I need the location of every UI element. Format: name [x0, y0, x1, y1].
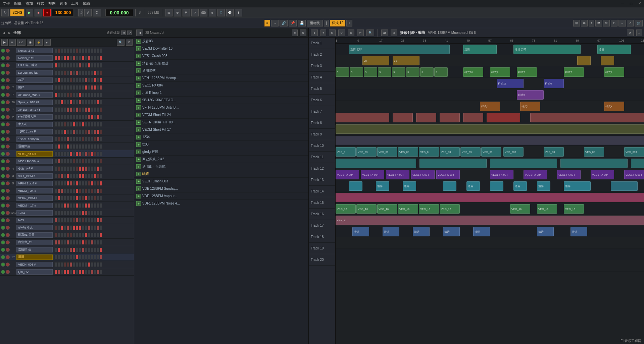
step-pad[interactable]	[94, 63, 96, 68]
step-pad[interactable]	[85, 144, 87, 149]
step-pad[interactable]	[76, 63, 78, 68]
track-clip[interactable]: 清进	[413, 227, 430, 236]
track-clip[interactable]: VES_00	[377, 147, 397, 157]
step-pad[interactable]	[76, 152, 78, 156]
step-pad[interactable]	[88, 48, 90, 53]
track-clip[interactable]: 样式10	[463, 67, 483, 77]
step-pad[interactable]	[88, 107, 90, 112]
step-pad[interactable]	[79, 211, 81, 215]
step-pad[interactable]	[54, 247, 57, 252]
step-pad[interactable]	[97, 270, 99, 274]
tool5[interactable]: ⊙	[611, 20, 617, 26]
step-pad[interactable]	[94, 262, 96, 267]
step-pad[interactable]	[94, 137, 96, 141]
ch-mute-btn[interactable]	[1, 159, 5, 163]
step-pad[interactable]	[60, 107, 63, 112]
ch-name-label[interactable]: VEDM_I 24 #	[16, 188, 53, 193]
step-pad[interactable]	[63, 255, 66, 260]
step-pad[interactable]	[76, 196, 78, 200]
step-pad[interactable]	[88, 233, 90, 237]
step-pad[interactable]	[91, 166, 93, 171]
step-pad[interactable]	[94, 70, 96, 75]
step-pad[interactable]	[85, 255, 87, 260]
step-pad[interactable]	[79, 122, 81, 127]
step-pad[interactable]	[88, 85, 90, 90]
step-pad[interactable]	[85, 174, 87, 178]
step-pad[interactable]	[66, 152, 69, 156]
track-clip[interactable]: VEC1 FX 084	[411, 170, 435, 179]
step-pad[interactable]	[57, 218, 60, 223]
mixer-add-btn[interactable]: +	[136, 120, 141, 125]
step-pad[interactable]	[76, 115, 78, 119]
track-clip[interactable]: VEC1 FX 084	[557, 170, 581, 179]
step-pad[interactable]	[97, 196, 99, 200]
ch-name-label[interactable]: 1234	[16, 210, 53, 216]
step-pad[interactable]	[69, 203, 72, 208]
track-clip[interactable]: VES_003	[503, 147, 524, 157]
step-pad[interactable]	[97, 85, 99, 90]
question-icon[interactable]: ?	[191, 9, 199, 16]
channel-row[interactable]: 【PD贝 .ce P	[0, 128, 134, 135]
step-pad[interactable]	[76, 225, 78, 230]
step-pad[interactable]	[54, 159, 57, 164]
step-pad[interactable]	[63, 218, 66, 223]
tool3[interactable]: ⇄	[595, 20, 602, 26]
track-clip[interactable]: 通落	[403, 181, 416, 191]
track-clip[interactable]	[611, 181, 638, 191]
step-pad[interactable]	[66, 174, 69, 178]
track-clip[interactable]: 样式6	[480, 102, 500, 111]
step-pad[interactable]	[76, 174, 78, 178]
playlist-track-row[interactable]: 样式9样式033	[336, 89, 644, 101]
step-pad[interactable]	[100, 85, 102, 90]
step-pad[interactable]	[69, 225, 72, 230]
ch-mute-btn[interactable]	[1, 130, 5, 134]
step-pad[interactable]	[82, 188, 84, 193]
step-pad[interactable]	[85, 129, 87, 134]
step-pad[interactable]	[100, 211, 102, 215]
step-pad[interactable]	[69, 93, 72, 97]
step-pad[interactable]	[66, 203, 69, 208]
track-clip[interactable]	[336, 136, 644, 145]
step-pad[interactable]	[69, 137, 72, 141]
mixer-add-btn[interactable]: +	[136, 135, 141, 139]
step-pad[interactable]	[54, 270, 57, 274]
step-pad[interactable]	[60, 218, 63, 223]
step-pad[interactable]	[88, 63, 90, 68]
playlist-track-row[interactable]: VFH_E	[336, 215, 644, 226]
step-pad[interactable]	[57, 166, 60, 171]
step-pad[interactable]	[91, 152, 93, 156]
step-pad[interactable]	[76, 166, 78, 171]
step-pad[interactable]	[54, 107, 57, 112]
step-pad[interactable]	[57, 137, 60, 141]
ch-mute-btn[interactable]	[1, 167, 5, 171]
ch-solo-btn[interactable]	[6, 233, 10, 237]
menu-file[interactable]: 文件	[3, 1, 10, 6]
playlist-track-row[interactable]: VES_0VES_03VES_00VES_03VES_0VES_03VES_03…	[336, 146, 644, 158]
step-pad[interactable]	[72, 225, 75, 230]
channel-row[interactable]: 26Spire_x .018 #2	[0, 99, 134, 106]
channel-row[interactable]: SEFA _BPM #	[0, 194, 134, 202]
step-pad[interactable]	[94, 225, 96, 230]
step-pad[interactable]	[66, 137, 69, 141]
step-pad[interactable]	[82, 196, 84, 200]
step-pad[interactable]	[60, 240, 63, 245]
step-pad[interactable]	[57, 93, 60, 97]
ch-zoom-btn[interactable]: ⊙	[126, 39, 133, 46]
bpm-display[interactable]: 130.000	[52, 9, 74, 16]
playlist-nav[interactable]: ◄	[311, 30, 318, 36]
track-clip[interactable]: 清进	[383, 227, 399, 236]
step-pad[interactable]	[57, 122, 60, 127]
step-pad[interactable]	[100, 137, 102, 141]
step-pad[interactable]	[57, 196, 60, 200]
step-pad[interactable]	[54, 174, 57, 178]
step-pad[interactable]	[100, 48, 102, 53]
mixer-settings[interactable]: ≡	[292, 30, 298, 36]
track-clip[interactable]: VES_03	[460, 147, 481, 157]
track-clip[interactable]	[416, 113, 436, 122]
ch-name-label[interactable]: VFH1_Kit 6 #	[16, 151, 53, 157]
midi-icon[interactable]: 🎵	[217, 9, 225, 16]
step-pad[interactable]	[88, 218, 90, 223]
track-clip[interactable]: 样式7	[490, 67, 510, 77]
step-pad[interactable]	[94, 174, 96, 178]
step-pad[interactable]	[91, 255, 93, 260]
